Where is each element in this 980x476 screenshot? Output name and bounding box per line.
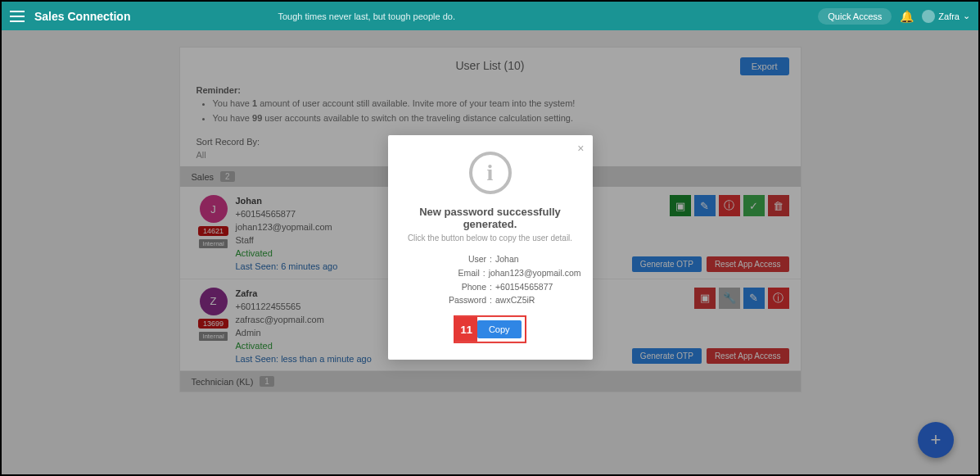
callout-number: 11 (455, 317, 476, 342)
menu-icon[interactable] (10, 11, 25, 22)
password-generated-modal: × i New password successfully generated.… (388, 135, 593, 360)
modal-password-value: awxCZ5iR (495, 293, 581, 307)
chevron-down-icon: ⌄ (963, 11, 970, 21)
close-icon[interactable]: × (577, 142, 584, 155)
quick-access-button[interactable]: Quick Access (818, 8, 892, 25)
modal-password-label: Password (400, 293, 487, 307)
modal-user-value: Johan (495, 252, 581, 266)
bell-icon[interactable]: 🔔 (900, 10, 914, 23)
brand-title: Sales Connection (34, 10, 130, 23)
username-label: Zafra (938, 11, 960, 21)
modal-user-label: User (400, 252, 487, 266)
modal-subtitle: Click the button below to copy the user … (400, 233, 581, 243)
info-circle-icon: i (469, 152, 512, 194)
user-menu[interactable]: Zafra ⌄ (922, 10, 970, 23)
quote-text: Tough times never last, but tough people… (278, 11, 454, 21)
modal-email-label: Email (400, 266, 480, 280)
modal-phone-label: Phone (400, 280, 487, 294)
avatar-icon (922, 10, 935, 23)
modal-title: New password successfully generated. (400, 206, 581, 230)
modal-phone-value: +60154565877 (495, 280, 581, 294)
copy-button[interactable]: Copy (477, 320, 522, 338)
modal-email-value: johan123@yopmail.com (489, 266, 581, 280)
top-bar: Sales Connection Tough times never last,… (2, 2, 978, 30)
copy-callout: 11 Copy (454, 315, 526, 343)
